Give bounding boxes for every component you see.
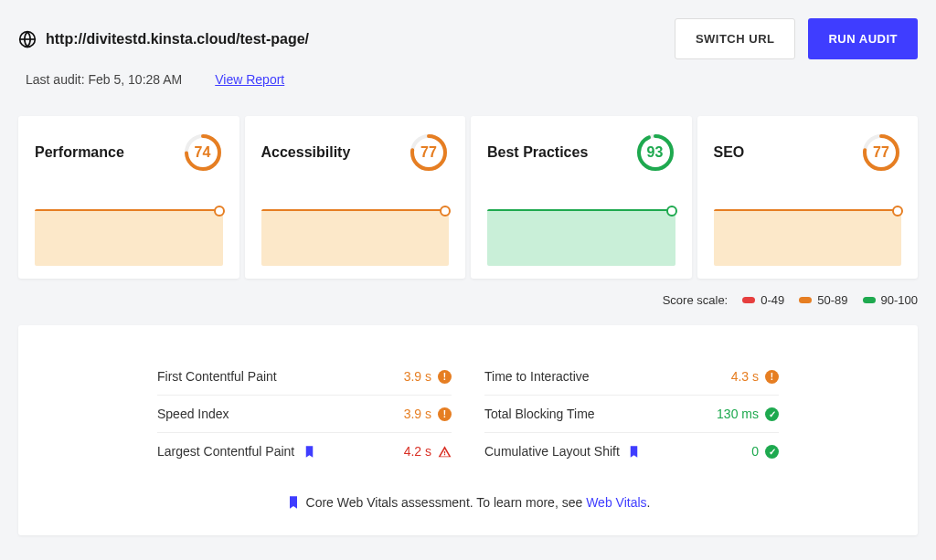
card-chart bbox=[487, 209, 675, 266]
score-ring: 77 bbox=[409, 132, 449, 173]
metric-value: 0 ✓ bbox=[751, 444, 779, 459]
header-row: http://divitestd.kinsta.cloud/test-page/… bbox=[18, 18, 918, 59]
score-card-performance[interactable]: Performance 74 bbox=[18, 116, 239, 279]
metric-name: Cumulative Layout Shift bbox=[484, 444, 642, 459]
score-value: 77 bbox=[861, 132, 901, 173]
card-top: Best Practices 93 bbox=[487, 132, 675, 173]
legend-item-orange: 50-89 bbox=[799, 293, 847, 307]
metric-value: 4.3 s ! bbox=[731, 369, 779, 384]
metric-row: Speed Index 3.9 s ! bbox=[157, 396, 452, 433]
metric-row: Total Blocking Time 130 ms ✓ bbox=[484, 396, 779, 433]
legend-item-green: 90-100 bbox=[863, 293, 918, 307]
metric-value: 130 ms ✓ bbox=[717, 407, 779, 421]
metric-row: Largest Contentful Paint 4.2 s bbox=[157, 433, 452, 470]
footer-suffix: . bbox=[647, 495, 651, 510]
alert-triangle-icon bbox=[438, 445, 452, 459]
score-card-accessibility[interactable]: Accessibility 77 bbox=[245, 116, 466, 279]
score-value: 74 bbox=[183, 132, 223, 173]
metric-value: 4.2 s bbox=[404, 444, 452, 459]
card-top: SEO 77 bbox=[714, 132, 902, 173]
legend-range: 0-49 bbox=[760, 293, 784, 307]
url-section: http://divitestd.kinsta.cloud/test-page/ bbox=[18, 30, 309, 48]
score-ring: 77 bbox=[861, 132, 901, 173]
legend-pill-green bbox=[863, 297, 876, 303]
card-label: Accessibility bbox=[261, 144, 351, 161]
last-audit-text: Last audit: Feb 5, 10:28 AM bbox=[26, 72, 182, 87]
metric-name: Time to Interactive bbox=[484, 369, 590, 384]
score-card-best-practices[interactable]: Best Practices 93 bbox=[471, 116, 692, 279]
bookmark-icon bbox=[627, 444, 642, 459]
score-value: 93 bbox=[635, 132, 675, 173]
run-audit-button[interactable]: RUN AUDIT bbox=[808, 18, 918, 59]
score-legend: Score scale: 0-49 50-89 90-100 bbox=[18, 293, 918, 307]
card-chart bbox=[714, 209, 902, 266]
footer-text: Core Web Vitals assessment. To learn mor… bbox=[306, 495, 587, 510]
switch-url-button[interactable]: SWITCH URL bbox=[675, 18, 796, 59]
legend-title: Score scale: bbox=[663, 293, 729, 307]
check-icon: ✓ bbox=[765, 407, 779, 421]
card-label: Best Practices bbox=[487, 144, 588, 161]
warning-icon: ! bbox=[438, 407, 452, 421]
bookmark-icon bbox=[286, 495, 301, 510]
audit-url: http://divitestd.kinsta.cloud/test-page/ bbox=[46, 31, 309, 48]
metric-value: 3.9 s ! bbox=[404, 407, 452, 421]
score-value: 77 bbox=[409, 132, 449, 173]
metric-row: Cumulative Layout Shift 0 ✓ bbox=[484, 433, 779, 470]
metric-name: First Contentful Paint bbox=[157, 369, 277, 384]
metrics-grid: First Contentful Paint 3.9 s ! Time to I… bbox=[157, 358, 779, 470]
metric-row: First Contentful Paint 3.9 s ! bbox=[157, 358, 452, 396]
legend-range: 50-89 bbox=[817, 293, 847, 307]
card-chart bbox=[261, 209, 450, 266]
metric-name: Speed Index bbox=[157, 407, 229, 421]
score-ring: 93 bbox=[635, 132, 675, 173]
warning-icon: ! bbox=[438, 370, 452, 384]
meta-row: Last audit: Feb 5, 10:28 AM View Report bbox=[18, 72, 918, 87]
legend-pill-red bbox=[742, 297, 755, 303]
legend-range: 90-100 bbox=[881, 293, 918, 307]
metric-name: Total Blocking Time bbox=[484, 407, 595, 421]
score-card-seo[interactable]: SEO 77 bbox=[697, 116, 919, 279]
card-chart bbox=[35, 209, 223, 266]
legend-pill-orange bbox=[799, 297, 812, 303]
button-group: SWITCH URL RUN AUDIT bbox=[675, 18, 918, 59]
check-icon: ✓ bbox=[765, 445, 779, 459]
footer-note: Core Web Vitals assessment. To learn mor… bbox=[55, 495, 881, 510]
bookmark-icon bbox=[302, 444, 316, 459]
card-label: Performance bbox=[35, 144, 124, 161]
globe-icon bbox=[18, 30, 37, 48]
card-top: Accessibility 77 bbox=[261, 132, 450, 173]
warning-icon: ! bbox=[765, 370, 779, 384]
score-cards: Performance 74 Accessibility 77 bbox=[18, 116, 918, 279]
card-label: SEO bbox=[714, 144, 745, 161]
legend-item-red: 0-49 bbox=[742, 293, 784, 307]
metrics-panel: First Contentful Paint 3.9 s ! Time to I… bbox=[18, 325, 918, 535]
metric-value: 3.9 s ! bbox=[404, 369, 452, 384]
metric-name: Largest Contentful Paint bbox=[157, 444, 316, 459]
card-top: Performance 74 bbox=[35, 132, 223, 173]
view-report-link[interactable]: View Report bbox=[215, 72, 284, 87]
score-ring: 74 bbox=[183, 132, 223, 173]
metric-row: Time to Interactive 4.3 s ! bbox=[484, 358, 779, 396]
web-vitals-link[interactable]: Web Vitals bbox=[586, 495, 646, 510]
